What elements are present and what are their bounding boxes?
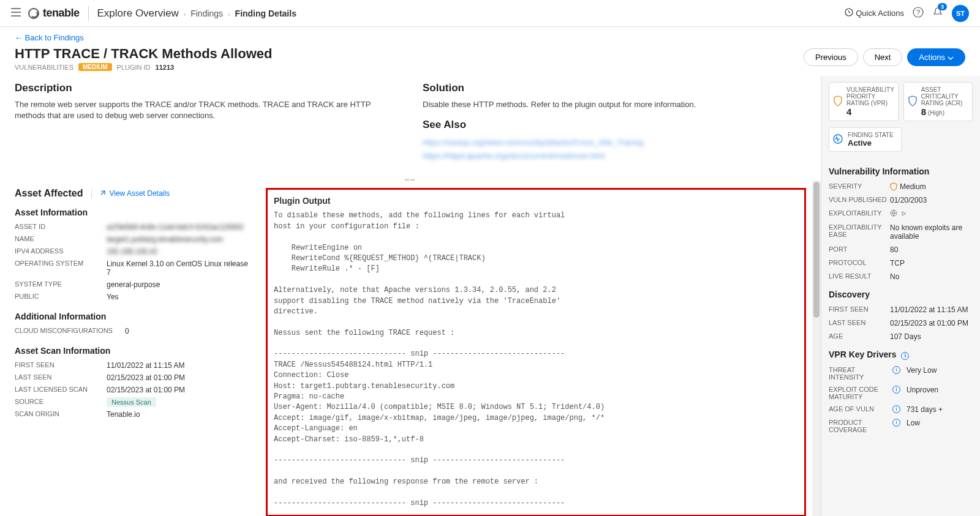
vuln-published-value: 01/20/2003 <box>890 196 973 204</box>
plugin-output-text: To disable these methods, add the follow… <box>274 211 798 509</box>
asset-name-value: target1.pubtarg.tenablesecurity.com <box>107 235 254 244</box>
plugin-output-heading: Plugin Output <box>274 196 331 206</box>
shield-icon <box>833 95 843 108</box>
back-to-findings-link[interactable]: ← Back to Findings <box>15 33 84 42</box>
external-link-icon <box>99 189 107 198</box>
asset-scan-heading: Asset Scan Information <box>15 346 254 356</box>
notification-badge: 3 <box>938 3 947 10</box>
main-area: Description The remote web server suppor… <box>0 76 821 516</box>
menu-icon[interactable] <box>11 8 21 18</box>
logo-icon <box>28 8 39 19</box>
asset-ip-value: 192.168.100.42 <box>107 247 254 256</box>
exploitability-ease-value: No known exploits are available <box>890 223 973 241</box>
age-of-vuln-value: 731 days + <box>907 405 973 414</box>
product-coverage-value: Low <box>907 419 973 427</box>
asset-type-value: general-purpose <box>107 280 254 289</box>
breadcrumb: Explore Overview › Findings › Finding De… <box>97 7 296 20</box>
logo[interactable]: tenable <box>28 7 80 20</box>
content: Description The remote web server suppor… <box>0 76 980 516</box>
svg-text:?: ? <box>916 9 920 16</box>
state-value: Active <box>848 138 894 148</box>
finding-state-card[interactable]: FINDING STATE Active <box>829 127 902 152</box>
info-icon[interactable]: i <box>892 386 900 394</box>
asset-os-value: Linux Kernel 3.10 on CentOS Linux releas… <box>107 260 254 277</box>
info-icon[interactable]: i <box>892 366 900 374</box>
seealso-links[interactable]: https://owasp.org/www-community/attacks/… <box>423 136 806 163</box>
vpr-value: 4 <box>846 107 894 117</box>
description-heading: Description <box>15 82 398 94</box>
subheader: ← Back to Findings <box>0 27 980 46</box>
asset-id-value: a1f3e0b8-4c6e-11ed-bdc3-0242ac120002 <box>107 223 254 231</box>
asset-icon <box>908 95 918 108</box>
side-severity-value: Medium <box>890 182 973 191</box>
protocol-value: TCP <box>890 259 973 267</box>
addl-info-heading: Additional Information <box>15 312 254 321</box>
discovery-heading: Discovery <box>829 290 973 299</box>
chevron-down-icon <box>948 53 954 62</box>
asset-affected-heading: Asset Affected <box>15 188 83 199</box>
last-seen-value: 02/15/2023 at 01:00 PM <box>107 373 254 382</box>
page-title: HTTP TRACE / TRACK Methods Allowed <box>15 46 272 62</box>
description-text: The remote web server supports the TRACE… <box>15 99 398 121</box>
plugin-id: 11213 <box>156 64 175 71</box>
seealso-heading: See Also <box>423 119 806 131</box>
info-icon[interactable]: i <box>901 352 909 360</box>
solution-heading: Solution <box>423 82 806 94</box>
breadcrumb-current: Finding Details <box>235 9 296 18</box>
scan-origin-value: Tenable.io <box>107 410 254 419</box>
threat-intensity-value: Very Low <box>907 366 973 375</box>
vpr-card[interactable]: VULNERABILITY PRIORITY RATING (VPR) 4 <box>829 82 899 121</box>
acr-value: 8 <box>921 107 926 117</box>
cloud-misconfig-value: 0 <box>125 327 254 335</box>
scrollbar[interactable] <box>812 181 821 516</box>
view-asset-details-link[interactable]: View Asset Details <box>91 189 170 198</box>
topbar: tenable Explore Overview › Findings › Fi… <box>0 0 980 27</box>
pulse-icon <box>833 134 843 145</box>
breadcrumb-root[interactable]: Explore Overview <box>97 7 179 19</box>
avatar[interactable]: ST <box>952 5 969 22</box>
disc-first-seen: 11/01/2022 at 11:15 AM <box>890 305 973 314</box>
exploitability-icons <box>890 209 973 219</box>
separator <box>88 6 89 21</box>
exploit-maturity-value: Unproven <box>907 386 973 394</box>
plugin-output-highlight: Plugin Output To disable these methods, … <box>266 188 806 516</box>
next-button[interactable]: Next <box>863 48 903 66</box>
notifications-icon[interactable]: 3 <box>932 7 943 20</box>
previous-button[interactable]: Previous <box>804 48 858 66</box>
titlebar: HTTP TRACE / TRACK Methods Allowed VULNE… <box>0 46 980 76</box>
clock-icon <box>845 8 853 18</box>
logo-text: tenable <box>43 7 80 20</box>
vuln-info-heading: Vulnerability Information <box>829 166 973 176</box>
quick-actions-button[interactable]: Quick Actions <box>845 8 904 18</box>
first-seen-value: 11/01/2022 at 11:15 AM <box>107 361 254 370</box>
disc-last-seen: 02/15/2023 at 01:00 PM <box>890 319 973 327</box>
breadcrumb-findings[interactable]: Findings <box>190 9 223 18</box>
solution-text: Disable these HTTP methods. Refer to the… <box>423 99 806 110</box>
live-result-value: No <box>890 272 973 281</box>
asset-public-value: Yes <box>107 293 254 301</box>
actions-button[interactable]: Actions <box>907 48 965 66</box>
meta-vuln-label: VULNERABILITIES <box>15 64 74 71</box>
info-icon[interactable]: i <box>892 419 900 427</box>
disc-age: 107 Days <box>890 332 973 341</box>
info-icon[interactable]: i <box>892 405 900 413</box>
sidebar: VULNERABILITY PRIORITY RATING (VPR) 4 AS… <box>821 76 980 516</box>
quick-actions-label: Quick Actions <box>856 9 904 18</box>
acr-card[interactable]: ASSET CRITICALITY RATING (ACR) 8 (High) <box>903 82 973 121</box>
asset-info-heading: Asset Information <box>15 208 254 217</box>
key-drivers-heading: VPR Key Drivers i <box>829 350 973 360</box>
meta-plugin-label: PLUGIN ID <box>117 64 151 71</box>
last-licensed-value: 02/15/2023 at 01:00 PM <box>107 386 254 394</box>
port-value: 80 <box>890 245 973 254</box>
help-icon[interactable]: ? <box>913 7 924 20</box>
scrollbar-thumb[interactable] <box>813 182 820 317</box>
source-tag: Nessus Scan <box>107 397 156 407</box>
severity-badge: MEDIUM <box>78 63 112 71</box>
